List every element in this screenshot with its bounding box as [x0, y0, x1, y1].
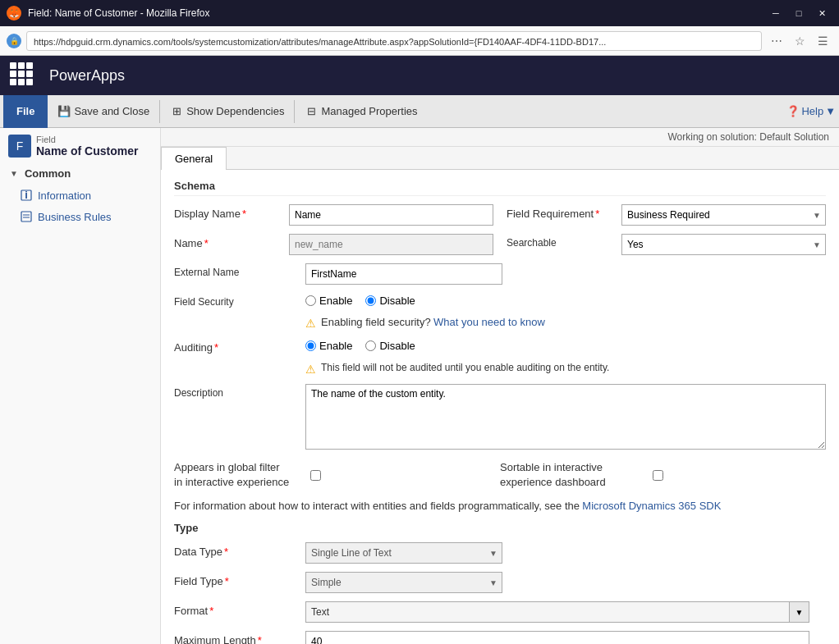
- security-icon: 🔒: [7, 34, 21, 48]
- type-section-header: Type: [174, 522, 826, 534]
- maximize-button[interactable]: □: [788, 5, 809, 21]
- window-controls: ─ □ ✕: [765, 5, 832, 21]
- max-length-label: Maximum Length*: [174, 631, 305, 644]
- display-name-col: Display Name*: [174, 204, 493, 226]
- searchable-field: Yes No: [621, 234, 826, 255]
- external-name-label: External Name: [174, 263, 305, 278]
- name-input[interactable]: [289, 234, 493, 255]
- common-section-header: ▼ Common: [0, 162, 160, 185]
- more-options-icon[interactable]: ⋯: [767, 31, 786, 51]
- field-type-select[interactable]: Simple: [305, 572, 502, 593]
- close-button[interactable]: ✕: [811, 5, 832, 21]
- menu-icon[interactable]: ☰: [813, 31, 832, 51]
- auditing-row: Auditing* Enable Disable: [174, 338, 826, 354]
- svg-rect-2: [21, 212, 31, 222]
- app-header: PowerApps: [0, 56, 839, 95]
- description-label: Description: [174, 384, 305, 399]
- format-display: Text ▼: [305, 601, 809, 623]
- field-security-label: Field Security: [174, 293, 305, 308]
- file-button[interactable]: File: [3, 95, 48, 128]
- field-security-disable-option[interactable]: Disable: [365, 295, 415, 307]
- auditing-enable-option[interactable]: Enable: [305, 340, 352, 352]
- auditing-disable-radio[interactable]: [365, 340, 376, 351]
- auditing-field: Enable Disable: [305, 338, 826, 352]
- auditing-label: Auditing*: [174, 338, 305, 354]
- display-name-field: [289, 204, 493, 226]
- title-bar: 🦊 Field: Name of Customer - Mozilla Fire…: [0, 0, 839, 26]
- data-type-field: Single Line of Text: [305, 542, 826, 564]
- global-filter-checkbox[interactable]: [310, 470, 321, 481]
- toolbar: File 💾 Save and Close ⊞ Show Dependencie…: [0, 95, 839, 128]
- url-bar[interactable]: https://hdpguid.crm.dynamics.com/tools/s…: [26, 31, 762, 51]
- max-length-row: Maximum Length*: [174, 631, 826, 644]
- minimize-button[interactable]: ─: [765, 5, 786, 21]
- field-security-enable-option[interactable]: Enable: [305, 295, 352, 307]
- max-length-input[interactable]: [305, 631, 809, 644]
- help-dropdown-icon: ▼: [825, 105, 836, 117]
- browser-bar: 🔒 https://hdpguid.crm.dynamics.com/tools…: [0, 26, 839, 56]
- field-security-radio-group: Enable Disable: [305, 293, 826, 307]
- sdk-link[interactable]: Microsoft Dynamics 365 SDK: [582, 500, 721, 512]
- description-textarea[interactable]: The name of the custom entity.: [305, 384, 826, 450]
- description-field: The name of the custom entity.: [305, 384, 826, 452]
- dependencies-icon: ⊞: [170, 105, 183, 118]
- format-label: Format*: [174, 601, 305, 617]
- field-requirement-select[interactable]: No Constraint Business Recommended Busin…: [621, 204, 826, 226]
- field-requirement-select-wrapper: No Constraint Business Recommended Busin…: [621, 204, 826, 226]
- field-security-warning-row: ⚠ Enabling field security? What you need…: [174, 316, 826, 330]
- sidebar-item-business-rules[interactable]: Business Rules: [0, 206, 160, 227]
- field-security-row: Field Security Enable Disable: [174, 293, 826, 308]
- sidebar-item-information[interactable]: i Information: [0, 185, 160, 206]
- checkboxes-row: Appears in global filter in interactive …: [174, 460, 826, 490]
- sidebar: F Field Name of Customer ▼ Common i Info…: [0, 128, 161, 644]
- global-filter-label: Appears in global filter in interactive …: [174, 460, 305, 490]
- external-name-input[interactable]: [305, 263, 502, 285]
- field-security-link[interactable]: What you need to know: [433, 316, 545, 328]
- auditing-warning-text: This field will not be audited until you…: [321, 362, 609, 373]
- searchable-select[interactable]: Yes No: [621, 234, 826, 255]
- max-length-field: [305, 631, 826, 644]
- auditing-radio-group: Enable Disable: [305, 338, 826, 352]
- data-type-select[interactable]: Single Line of Text: [305, 542, 502, 564]
- field-security-field: Enable Disable: [305, 293, 826, 307]
- description-row: Description The name of the custom entit…: [174, 384, 826, 452]
- display-name-row: Display Name* Field Requirement* No Cons…: [174, 204, 826, 226]
- field-security-disable-radio[interactable]: [365, 295, 376, 306]
- sortable-col: Sortable in interactive experience dashb…: [500, 460, 826, 490]
- solution-banner: Working on solution: Default Solution: [161, 128, 839, 147]
- help-icon: ❓: [786, 105, 800, 117]
- form-content: Schema Display Name* Field Requirement*: [161, 170, 839, 644]
- content-area: Working on solution: Default Solution Ge…: [161, 128, 839, 644]
- managed-icon: ⊟: [305, 105, 318, 118]
- name-row: Name* Searchable Yes No: [174, 234, 826, 255]
- collapse-arrow-icon: ▼: [10, 169, 18, 178]
- warning-icon: ⚠: [305, 317, 316, 330]
- format-arrow-icon: ▼: [790, 601, 809, 623]
- display-name-label: Display Name*: [174, 204, 289, 220]
- toolbar-separator-2: [294, 100, 295, 123]
- data-type-label: Data Type*: [174, 542, 305, 558]
- auditing-enable-radio[interactable]: [305, 340, 316, 351]
- toolbar-separator-1: [159, 100, 160, 123]
- sortable-checkbox[interactable]: [653, 470, 663, 481]
- field-security-enable-radio[interactable]: [305, 295, 316, 306]
- bookmark-icon[interactable]: ☆: [790, 31, 809, 51]
- tab-bar: General: [161, 147, 839, 170]
- show-dependencies-button[interactable]: ⊞ Show Dependencies: [163, 98, 291, 125]
- app-name: PowerApps: [49, 67, 125, 84]
- managed-properties-button[interactable]: ⊟ Managed Properties: [298, 98, 424, 125]
- searchable-col: Searchable Yes No: [507, 234, 826, 255]
- display-name-input[interactable]: [289, 204, 493, 226]
- app-grid-icon[interactable]: [10, 62, 36, 89]
- window-title: Field: Name of Customer - Mozilla Firefo…: [28, 7, 759, 19]
- help-button[interactable]: ❓ Help ▼: [786, 105, 836, 117]
- auditing-disable-option[interactable]: Disable: [365, 340, 415, 352]
- browser-actions: ⋯ ☆ ☰: [767, 31, 832, 51]
- format-row: Format* Text ▼: [174, 601, 826, 623]
- field-type-select-wrapper: Simple: [305, 572, 502, 593]
- tab-general[interactable]: General: [161, 147, 227, 170]
- field-requirement-field: No Constraint Business Recommended Busin…: [621, 204, 826, 226]
- sortable-label: Sortable in interactive experience dashb…: [500, 460, 648, 490]
- auditing-warning-icon: ⚠: [305, 363, 316, 376]
- save-close-button[interactable]: 💾 Save and Close: [51, 98, 156, 125]
